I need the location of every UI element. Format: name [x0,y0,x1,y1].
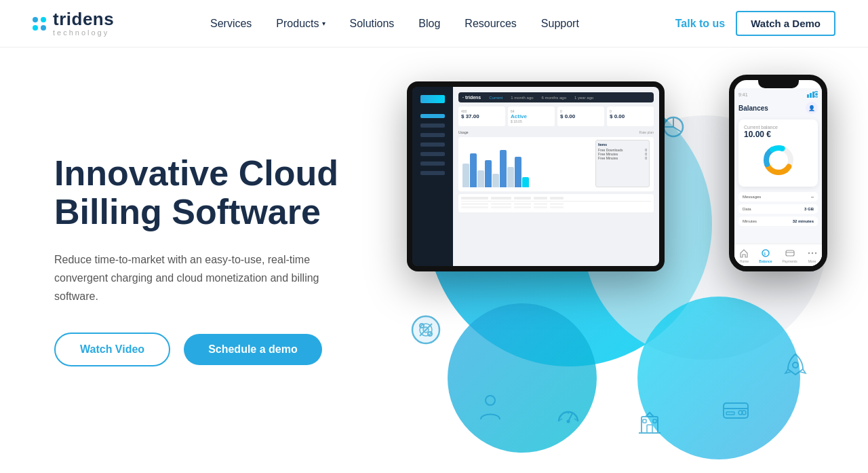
hero-left: Innovative Cloud Billing Software Reduce… [54,154,407,367]
hero-description: Reduce time-to-market with an easy-to-us… [54,250,353,306]
logo-dot-2 [41,17,46,22]
pie-chart-icon [662,115,685,143]
svg-point-10 [423,327,429,333]
phone-item-value: 32 minutes [793,219,814,223]
hero-buttons: Watch Video Schedule a demo [54,333,407,366]
watch-video-button[interactable]: Watch Video [54,333,170,366]
phone-item-label: Data [743,207,751,211]
phone-avatar: 👤 [806,102,818,114]
phone-balance-card: Current balance 10.00 € [738,119,818,187]
phone-items: Messages -- Data 3 GB Minutes 32 minutes [738,192,818,226]
svg-point-12 [486,396,495,405]
phone-item-label: Minutes [743,219,757,223]
logo-dot-3 [33,25,38,31]
nav-products[interactable]: Products ▾ [276,18,325,30]
svg-line-15 [560,419,562,420]
svg-rect-39 [786,250,794,256]
phone-time: 9:41 [738,92,748,97]
phone-nav-payments[interactable]: Payments [782,248,797,263]
nav-support[interactable]: Support [541,18,579,30]
circle-blue-small2 [637,297,800,459]
svg-rect-28 [807,94,809,98]
nav-actions: Talk to us Watch a Demo [675,11,835,36]
tablet-screen: · tridens Current 1 month ago 6 months a… [412,87,659,266]
logo-sub: technology [53,29,114,37]
credit-card-icon [722,400,749,425]
phone-nav-balance[interactable]: $ Balance [759,248,772,263]
phone-item-value: 3 GB [804,207,814,211]
phone-item-minutes: Minutes 32 minutes [738,216,818,226]
talk-to-us-link[interactable]: Talk to us [675,18,726,30]
circle-blue-small [448,303,597,453]
hero-title: Innovative Cloud Billing Software [54,154,407,231]
logo-text: tridens technology [53,10,114,37]
svg-point-14 [567,420,570,423]
phone-notch [758,80,799,88]
phone-balance-label: Current balance [744,125,812,130]
hero-right: · tridens Current 1 month ago 6 months a… [407,48,814,473]
schedule-demo-button[interactable]: Schedule a demo [184,334,322,365]
logo-dot-1 [33,17,38,22]
svg-point-43 [814,252,816,254]
nav-resources[interactable]: Resources [465,18,516,30]
phone-mockup: 9:41 Balances 👤 Curren [729,75,827,271]
svg-point-42 [811,252,812,254]
building-icon [637,410,662,439]
watch-demo-button[interactable]: Watch a Demo [736,11,835,36]
phone-title: Balances [738,105,768,112]
hero-section: Innovative Cloud Billing Software Reduce… [0,48,868,473]
phone-item-value: -- [811,195,814,199]
tablet-menu-item [420,162,445,166]
phone-nav-home[interactable]: Home [739,248,749,263]
svg-point-41 [808,252,809,254]
svg-rect-29 [810,93,812,98]
speedometer-icon [556,404,580,429]
phone-header: 9:41 [738,91,818,98]
chevron-down-icon: ▾ [322,20,326,27]
phone-donut-chart [762,143,795,177]
phone-nav-more[interactable]: More [808,248,817,263]
person-icon [478,394,502,425]
logo: tridens technology [33,10,114,37]
svg-rect-19 [647,425,652,433]
logo-name: tridens [53,10,114,28]
phone-status-icons [807,91,818,98]
tablet-sidebar [412,87,453,266]
phone-item-messages: Messages -- [738,192,818,202]
svg-point-27 [793,362,798,368]
svg-point-32 [815,93,818,96]
phone-balance-value: 10.00 € [744,130,812,139]
svg-line-17 [574,419,576,420]
svg-rect-21 [653,419,656,423]
tablet-menu-item [420,143,445,147]
svg-rect-20 [643,419,646,423]
main-nav: Services Products ▾ Solutions Blog Resou… [210,18,579,30]
svg-text:$: $ [764,252,766,256]
percent-coin-icon [410,314,441,351]
header: tridens technology Services Products ▾ S… [0,0,868,48]
nav-services[interactable]: Services [210,18,252,30]
nav-solutions[interactable]: Solutions [350,18,395,30]
tablet-mockup: · tridens Current 1 month ago 6 months a… [407,81,665,271]
tablet-menu-item [420,152,445,156]
phone-bottom-nav: Home $ Balance Payments More [734,244,822,266]
tablet-menu-item [420,133,445,137]
rocket-icon [784,353,807,385]
tablet-menu-item [420,171,445,175]
phone-item-data: Data 3 GB [738,204,818,214]
nav-blog[interactable]: Blog [418,18,440,30]
tablet-menu-item [420,114,445,118]
tablet-content: · tridens Current 1 month ago 6 months a… [453,87,659,266]
logo-dot-4 [41,25,46,31]
logo-dots [33,17,46,31]
tablet-menu-item [420,124,445,128]
tablet-logo [420,95,445,103]
svg-rect-24 [726,412,734,415]
phone-item-label: Messages [743,195,761,199]
